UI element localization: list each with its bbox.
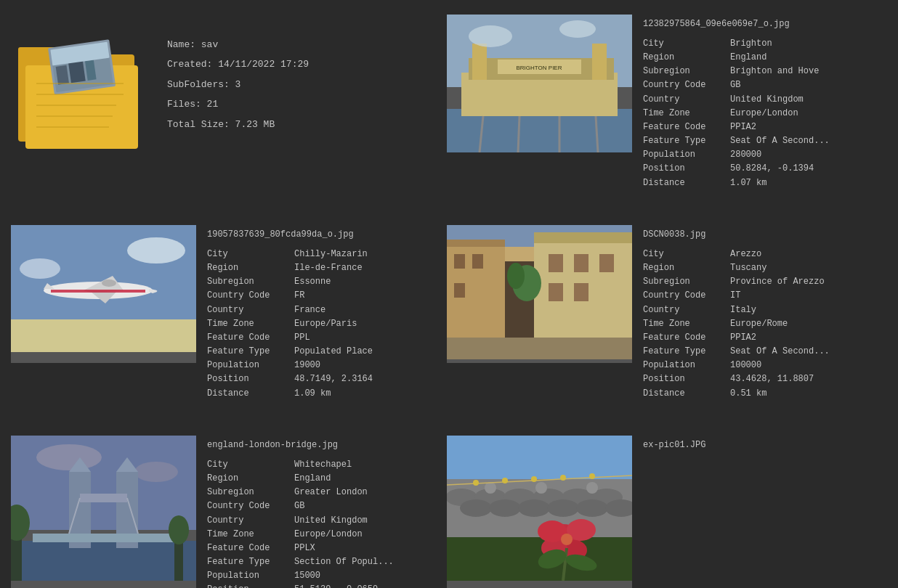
meta-label: Distance [643,176,730,190]
meta-value: Chilly-Mazarin [294,248,368,261]
meta-value: Ile-de-France [294,261,363,275]
svg-rect-19 [592,44,607,80]
folder-icon [11,15,156,167]
arezzo-panel: DSCN0038.jpg CityArezzoRegionTuscanySubr… [436,211,898,421]
meta-label: Feature Type [643,134,730,148]
svg-point-98 [502,478,508,483]
meta-label: Position [643,372,730,386]
svg-point-80 [547,499,579,517]
plane-info: 19057837639_80fcda99da_o.jpg CityChilly-… [207,225,425,401]
meta-label: Population [207,569,294,583]
meta-label: Region [207,472,294,486]
meta-value: Italy [730,303,756,317]
meta-value: Europe/London [294,528,363,542]
svg-point-92 [561,534,573,545]
svg-point-77 [460,499,492,517]
london-info: england-london-bridge.jpg CityWhitechape… [207,436,425,588]
svg-point-55 [134,462,178,482]
meta-label: Feature Code [207,542,294,555]
meta-row: Feature TypeSeat Of A Second... [643,345,887,359]
meta-label: Feature Code [643,331,730,345]
arezzo-filename: DSCN0038.jpg [643,229,887,241]
meta-row: Feature TypeSection Of Popul... [207,555,425,569]
folder-panel: Name: sav Created: 14/11/2022 17:29 SubF… [0,0,436,211]
meta-label: City [643,37,730,51]
meta-row: Feature CodePPLX [207,542,425,555]
meta-label: Population [643,359,730,372]
meta-label: Feature Type [207,555,294,569]
svg-point-34 [102,279,116,287]
svg-point-81 [576,499,608,517]
meta-label: Country [643,303,730,317]
meta-row: CountryFrance [207,303,425,317]
meta-row: Population100000 [643,359,887,372]
folder-metadata: Name: sav Created: 14/11/2022 17:29 SubF… [167,15,309,133]
meta-value: Europe/Paris [294,317,357,331]
meta-label: Position [207,583,294,588]
svg-point-101 [589,473,595,479]
meta-label: Feature Type [643,345,730,359]
meta-value: 1.07 km [730,176,766,190]
svg-rect-40 [472,254,483,269]
svg-point-27 [559,20,596,38]
meta-label: Country [207,514,294,528]
svg-point-51 [507,263,525,289]
meta-row: Position48.7149, 2.3164 [207,372,425,386]
meta-label: Region [643,51,730,65]
meta-value: 280000 [730,148,761,162]
meta-row: RegionTuscany [643,261,887,275]
meta-value: Whitechapel [294,458,352,472]
meta-label: Time Zone [643,317,730,331]
meta-value: 50.8284, -0.1394 [730,162,814,176]
meta-label: Population [207,359,294,372]
meta-value: 43.4628, 11.8807 [730,372,814,386]
meta-row: Population280000 [643,148,887,162]
meta-label: Region [643,261,730,275]
svg-rect-29 [11,319,196,352]
meta-value: 48.7149, 2.3164 [294,372,373,386]
meta-value: Brighton [730,37,772,51]
meta-value: PPLX [294,542,315,555]
svg-line-23 [518,116,519,152]
meta-row: Feature CodePPIA2 [643,121,887,134]
meta-value: Province of Arezzo [730,275,825,289]
meta-row: Feature TypeSeat Of A Second... [643,134,887,148]
meta-label: Distance [207,387,294,401]
meta-row: CountryItaly [643,303,887,317]
meta-row: Time ZoneEurope/Rome [643,317,887,331]
meta-value: 1.09 km [294,387,331,401]
svg-point-97 [473,480,479,486]
meta-row: Country CodeGB [643,78,887,92]
meta-value: France [294,303,325,317]
meta-row: Position51.5139, -0.0659 [207,583,425,588]
meta-label: Time Zone [207,317,294,331]
folder-size: Total Size: 7.23 MB [167,116,309,133]
flower-thumbnail [447,436,632,588]
meta-label: Region [207,261,294,275]
meta-value: Arezzo [730,248,761,261]
meta-row: Position50.8284, -0.1394 [643,162,887,176]
meta-value: United Kingdom [730,93,804,107]
meta-value: FR [294,289,304,303]
meta-value: Section Of Popul... [294,555,394,569]
main-container: Name: sav Created: 14/11/2022 17:29 SubF… [0,0,898,588]
meta-row: Country CodeFR [207,289,425,303]
plane-fields: CityChilly-MazarinRegionIle-de-FranceSub… [207,248,425,401]
meta-label: Distance [643,387,730,401]
svg-rect-39 [454,254,465,269]
svg-point-83 [485,482,496,494]
folder-subfolders: SubFolders: 3 [167,76,309,93]
meta-label: Feature Type [207,345,294,359]
meta-row: CityArezzo [643,248,887,261]
svg-rect-47 [599,254,614,272]
meta-label: City [207,458,294,472]
meta-row: SubregionEssonne [207,275,425,289]
arezzo-fields: CityArezzoRegionTuscanySubregionProvince… [643,248,887,401]
arezzo-info: DSCN0038.jpg CityArezzoRegionTuscanySubr… [643,225,887,401]
svg-point-54 [36,444,102,470]
meta-value: Greater London [294,486,368,499]
meta-value: England [294,472,331,486]
meta-value: Seat Of A Second... [730,134,830,148]
plane-filename: 19057837639_80fcda99da_o.jpg [207,229,425,241]
meta-label: Subregion [207,486,294,499]
